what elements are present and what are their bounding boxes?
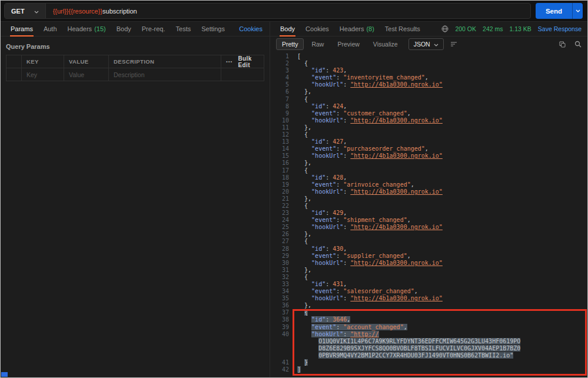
response-tab-test-results[interactable]: Test Results [380,22,426,36]
line-number: 37 [270,309,291,316]
code-line-32: 32 { [270,274,587,281]
response-body[interactable]: 1[2 {3 "id": 423,4 "event": "inventoryit… [270,52,587,377]
line-number: 27 [270,238,291,245]
request-tab-body[interactable]: Body [111,22,137,36]
request-tab-params[interactable]: Params [5,22,38,36]
code-line-29: 29 "event": "supplier_changed", [270,253,587,260]
code-line-wrap: 0PBVR9MQ4VY2BM1P2CCY7XR4HDU03FJ1490VT0HN… [270,352,587,359]
select-all-cell[interactable] [6,55,22,68]
line-number: 41 [270,359,291,366]
view-preview[interactable]: Preview [331,38,365,50]
method-label: GET [11,8,25,15]
line-number: 42 [270,366,291,373]
chevron-down-icon [34,8,39,15]
cookies-link[interactable]: Cookies [239,25,265,32]
code-line-28: 28 "id": 430, [270,246,587,253]
request-tabs-row: ParamsAuthHeaders(15)BodyPre-req.TestsSe… [1,22,270,37]
send-button-group: Send [536,3,583,19]
code-line-34: 34 "event": "salesorder_changed", [270,288,587,295]
line-number: 14 [270,145,291,152]
response-tab-headers[interactable]: Headers(8) [334,22,380,36]
code-line-12: 12 { [270,131,587,138]
line-number: 29 [270,253,291,260]
request-tab-settings[interactable]: Settings [196,22,230,36]
send-button[interactable]: Send [536,3,572,19]
network-icon[interactable] [441,25,449,32]
line-number: 18 [270,174,291,181]
response-tab-body[interactable]: Body [275,22,300,36]
response-pane: BodyCookiesHeaders(8)Test Results 200 OK… [270,22,587,377]
table-actions-cell: ••• Bulk Edit [221,55,264,68]
line-number [270,352,291,359]
code-line-4: 4 "event": "inventoryitem_changed", [270,74,587,81]
code-line-33: 33 "id": 431, [270,281,587,288]
line-number: 34 [270,288,291,295]
code-line-27: 27 { [270,238,587,245]
code-line-wrap: D8Z6E829B95XJYFCS8QO0BVOBLF8TBSILFUCVILV… [270,345,587,352]
response-time[interactable]: 242 ms [483,25,503,32]
request-bar: GET {{url}}{{resource}}subscription Send [1,1,587,22]
format-select[interactable]: JSON [408,38,444,50]
code-line-17: 17 { [270,167,587,174]
status-badge[interactable]: 200 OK [455,25,476,32]
code-line-2: 2 { [270,60,587,67]
request-pane: ParamsAuthHeaders(15)BodyPre-req.TestsSe… [1,22,270,377]
save-response-button[interactable]: Save Response [538,25,582,32]
view-raw[interactable]: Raw [305,38,330,50]
line-number: 16 [270,160,291,167]
search-icon[interactable] [574,41,582,48]
code-line-26: 26 }, [270,231,587,238]
code-line-wrap: O1UQ0VIKI1L4P6C7A9K9RLYFDYNT36EDFFCMIW64… [270,338,587,345]
copy-icon[interactable] [559,41,566,48]
code-line-23: 23 "id": 429, [270,210,587,217]
table-header-row: KEY VALUE DESCRIPTION ••• Bulk Edit [6,55,264,68]
send-options-button[interactable] [572,3,583,19]
view-visualize[interactable]: Visualize [367,38,404,50]
code-line-3: 3 "id": 423, [270,67,587,74]
line-number: 1 [270,53,291,60]
request-tab-pre-req[interactable]: Pre-req. [137,22,171,36]
row-actions-cell [221,68,264,81]
view-switcher: PrettyRawPreviewVisualize [276,38,404,50]
line-number: 7 [270,96,291,103]
line-number: 19 [270,181,291,188]
row-checkbox-cell[interactable] [6,68,22,81]
url-input[interactable]: {{url}}{{resource}}subscription [46,8,144,15]
line-number: 24 [270,217,291,224]
code-line-6: 6 }, [270,88,587,95]
url-path: subscription [102,8,137,15]
bulk-edit-button[interactable]: Bulk Edit [238,55,259,68]
code-line-14: 14 "event": "purchaseorder_changed", [270,145,587,152]
view-pretty[interactable]: Pretty [276,38,304,50]
wrap-text-icon[interactable] [450,41,457,47]
line-number [270,345,291,352]
code-line-22: 22 { [270,203,587,210]
description-input[interactable]: Description [109,68,221,81]
code-line-16: 16 }, [270,160,587,167]
url-container: GET {{url}}{{resource}}subscription [4,3,531,19]
method-select[interactable]: GET [5,4,46,18]
code-line-37: 37 { [270,309,587,316]
line-number: 35 [270,295,291,302]
status-bar-fragment [1,372,8,377]
line-number: 32 [270,274,291,281]
request-tab-tests[interactable]: Tests [171,22,197,36]
request-tabs: ParamsAuthHeaders(15)BodyPre-req.TestsSe… [5,22,230,36]
column-header-key: KEY [22,55,64,68]
code-line-24: 24 "event": "shipment_changed", [270,217,587,224]
line-number: 36 [270,302,291,309]
code-line-38: 38 "id": 3646, [270,316,587,323]
request-tab-headers[interactable]: Headers(15) [62,22,111,36]
line-number: 23 [270,210,291,217]
line-number: 9 [270,110,291,117]
response-size[interactable]: 1.13 KB [509,25,531,32]
query-params-title: Query Params [1,37,270,55]
main-split: ParamsAuthHeaders(15)BodyPre-req.TestsSe… [1,22,587,377]
key-input[interactable]: Key [22,68,64,81]
more-actions-icon[interactable]: ••• [226,59,232,64]
request-tab-auth[interactable]: Auth [38,22,62,36]
value-input[interactable]: Value [64,68,109,81]
response-tab-cookies[interactable]: Cookies [300,22,334,36]
line-number: 39 [270,324,291,331]
line-number: 12 [270,131,291,138]
